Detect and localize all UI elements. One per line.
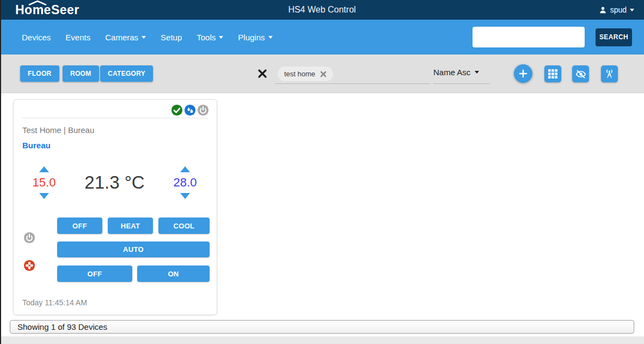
chip-remove-icon[interactable] bbox=[320, 71, 327, 77]
mode-auto-button[interactable]: AUTO bbox=[57, 242, 210, 257]
grid-view-button[interactable] bbox=[544, 65, 561, 82]
cool-setpoint-up-icon[interactable] bbox=[180, 166, 190, 172]
power-feature-icon bbox=[23, 232, 35, 244]
grid-icon bbox=[548, 69, 557, 79]
room-filter-button[interactable]: ROOM bbox=[63, 65, 99, 82]
caret-down-icon bbox=[268, 36, 273, 39]
mode-off-button[interactable]: OFF bbox=[57, 218, 102, 234]
thermostat-display: 15.0 21.3 °C 28.0 bbox=[14, 161, 217, 204]
nav-item-cameras[interactable]: Cameras bbox=[105, 33, 146, 42]
card-divider bbox=[22, 118, 208, 118]
heat-setpoint-value: 15.0 bbox=[33, 176, 56, 190]
auto-button-row: AUTO bbox=[57, 242, 210, 257]
mode-cool-button[interactable]: COOL bbox=[158, 218, 210, 234]
filter-chip-label: test home bbox=[284, 70, 315, 78]
fan-on-button[interactable]: ON bbox=[137, 265, 210, 282]
heat-setpoint-up-icon[interactable] bbox=[39, 166, 49, 172]
filter-input-underline bbox=[275, 83, 430, 84]
caret-down-icon bbox=[630, 9, 634, 11]
page-title: HS4 Web Control bbox=[0, 5, 644, 15]
user-name: spud bbox=[610, 5, 627, 14]
caret-down-icon bbox=[142, 36, 146, 39]
fan-off-button[interactable]: OFF bbox=[57, 265, 132, 282]
mode-buttons-row: OFF HEAT COOL bbox=[57, 218, 210, 234]
device-location: Test Home | Bureau bbox=[22, 125, 94, 135]
page-bottom-strip bbox=[0, 336, 644, 344]
device-name-link[interactable]: Bureau bbox=[22, 141, 51, 150]
devices-grid: Test Home | Bureau Bureau 15.0 21.3 °C 2… bbox=[0, 93, 644, 336]
plus-icon bbox=[519, 69, 528, 78]
status-ok-icon bbox=[171, 104, 183, 116]
search-button[interactable]: SEARCH bbox=[596, 28, 632, 46]
device-count-status: Showing 1 of 93 Devices bbox=[10, 320, 634, 334]
fan-buttons-row: OFF ON bbox=[57, 265, 210, 282]
cool-setpoint-down-icon[interactable] bbox=[180, 193, 190, 199]
filter-chip-test-home[interactable]: test home bbox=[278, 67, 333, 81]
app-header: HomeSeer HS4 Web Control spud bbox=[0, 0, 644, 20]
user-icon bbox=[599, 6, 607, 14]
current-temperature: 21.3 °C bbox=[62, 172, 168, 193]
category-filter-button[interactable]: CATEGORY bbox=[100, 65, 153, 82]
power-status-icon bbox=[197, 104, 209, 116]
sort-underline bbox=[433, 83, 490, 84]
window-left-edge bbox=[0, 0, 1, 344]
nav-links: Devices Events Cameras Setup Tools Plugi… bbox=[22, 33, 273, 42]
device-status-icons bbox=[171, 104, 209, 116]
nav-item-devices[interactable]: Devices bbox=[22, 33, 51, 42]
caret-down-icon bbox=[219, 36, 223, 39]
antenna-icon bbox=[604, 69, 615, 79]
user-menu[interactable]: spud bbox=[599, 5, 634, 14]
add-device-button[interactable] bbox=[514, 64, 532, 83]
device-card-bureau: Test Home | Bureau Bureau 15.0 21.3 °C 2… bbox=[13, 99, 217, 315]
cool-setpoint-control: 28.0 bbox=[168, 166, 203, 199]
mode-heat-button[interactable]: HEAT bbox=[108, 218, 153, 234]
caret-down-icon bbox=[475, 71, 479, 74]
main-navbar: Devices Events Cameras Setup Tools Plugi… bbox=[0, 20, 644, 55]
heat-setpoint-down-icon[interactable] bbox=[39, 193, 49, 199]
nav-item-plugins[interactable]: Plugins bbox=[238, 33, 272, 42]
sort-dropdown[interactable]: Name Asc bbox=[433, 68, 479, 77]
heat-setpoint-control: 15.0 bbox=[27, 166, 62, 199]
filter-bar: FLOOR ROOM CATEGORY test home Name Asc bbox=[0, 55, 644, 93]
search-input[interactable] bbox=[473, 27, 585, 47]
cool-setpoint-value: 28.0 bbox=[174, 176, 197, 190]
nav-item-tools[interactable]: Tools bbox=[197, 33, 223, 42]
hide-devices-button[interactable] bbox=[572, 65, 589, 82]
clear-filters-icon[interactable] bbox=[257, 69, 267, 79]
device-last-change-time: Today 11:45:14 AM bbox=[22, 298, 87, 307]
nav-item-events[interactable]: Events bbox=[65, 33, 90, 42]
sort-label: Name Asc bbox=[433, 68, 470, 77]
fan-feature-icon bbox=[23, 259, 35, 271]
floor-filter-button[interactable]: FLOOR bbox=[20, 65, 59, 82]
eye-slash-icon bbox=[575, 69, 586, 79]
humidity-icon bbox=[184, 104, 196, 116]
broadcast-button[interactable] bbox=[601, 65, 618, 82]
search-area: SEARCH bbox=[473, 27, 632, 47]
nav-item-setup[interactable]: Setup bbox=[161, 33, 182, 42]
